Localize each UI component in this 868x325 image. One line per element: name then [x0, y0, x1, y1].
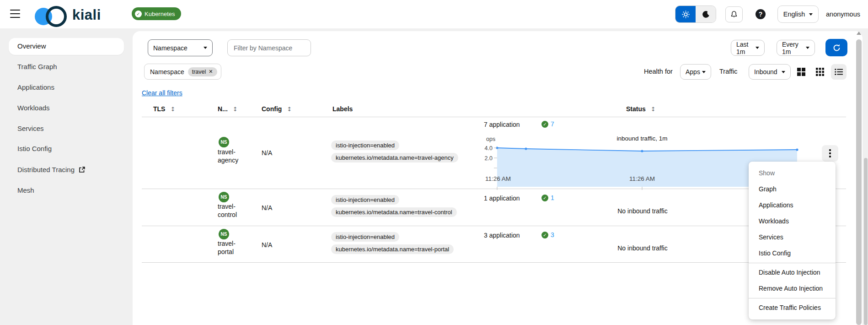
- row-actions-kebab-button[interactable]: [822, 145, 838, 162]
- filter-chip-value: travel: [192, 69, 206, 75]
- chevron-down-icon: [809, 13, 813, 16]
- namespace-actions-menu: Show Graph Applications Workloads Servic…: [749, 162, 836, 320]
- table-divider: [142, 117, 846, 117]
- healthy-count-link[interactable]: 7: [551, 120, 554, 128]
- menu-item-show: Show: [749, 165, 836, 181]
- label-chip: istio-injection=enabled: [331, 195, 399, 205]
- health-status: ✓ 3: [541, 231, 554, 238]
- help-button[interactable]: ?: [755, 9, 766, 19]
- chip-group-label: Namespace: [150, 68, 184, 76]
- sidebar-item-label: Overview: [17, 42, 46, 50]
- sidebar-item-label: Traffic Graph: [17, 63, 57, 70]
- list-icon: [835, 68, 843, 76]
- kiali-logo[interactable]: kiali: [34, 3, 116, 26]
- scrollbar-up-arrow[interactable]: [857, 32, 861, 35]
- clear-all-filters-link[interactable]: Clear all filters: [142, 89, 182, 97]
- traffic-label: Traffic: [719, 68, 737, 75]
- refresh-interval-select[interactable]: Every 1m: [777, 40, 815, 56]
- sun-icon: [682, 11, 690, 18]
- refresh-button[interactable]: [825, 39, 847, 56]
- sort-icon: ↕: [233, 106, 238, 113]
- apps-count-text: 7 application: [484, 121, 520, 128]
- menu-item-workloads[interactable]: Workloads: [749, 213, 836, 229]
- filter-chip-travel: travel ✕: [188, 67, 217, 76]
- column-header-name[interactable]: N... ↕: [218, 105, 238, 113]
- menu-item-disable-auto-injection[interactable]: Disable Auto Injection: [749, 265, 836, 281]
- traffic-direction-select[interactable]: Inbound: [749, 64, 791, 80]
- sidebar-item-distributed-tracing[interactable]: Distributed Tracing: [17, 166, 85, 173]
- table-divider: [142, 262, 846, 263]
- duration-select[interactable]: Last 1m: [731, 40, 765, 56]
- column-header-label: TLS: [153, 105, 165, 113]
- window-scrollbar-thumb[interactable]: [864, 158, 868, 325]
- check-circle-icon: ✓: [135, 11, 142, 17]
- namespace-name: control: [218, 211, 237, 218]
- sidebar-item-workloads[interactable]: Workloads: [17, 104, 50, 112]
- filter-type-select-value: Namespace: [153, 44, 188, 52]
- column-header-label: Config: [262, 105, 282, 113]
- namespace-filter-input[interactable]: [227, 39, 311, 56]
- bell-icon: [730, 11, 738, 18]
- config-cell: N/A: [262, 241, 272, 249]
- namespace-badge: NS: [219, 229, 229, 239]
- namespace-badge: NS: [219, 137, 229, 147]
- grid-small-icon: [816, 68, 824, 76]
- label-chip: kubernetes.io/metadata.name=travel-contr…: [331, 207, 457, 217]
- dark-theme-button[interactable]: [696, 6, 716, 22]
- health-status: ✓ 7: [541, 120, 554, 128]
- column-header-config[interactable]: Config ↕: [262, 105, 292, 113]
- sidebar-item-mesh[interactable]: Mesh: [17, 186, 34, 194]
- sidebar-item-services[interactable]: Services: [17, 125, 44, 132]
- filter-type-select[interactable]: Namespace: [148, 39, 213, 56]
- moon-icon: [702, 11, 710, 18]
- namespace-name: travel-: [218, 148, 236, 156]
- menu-item-services[interactable]: Services: [749, 229, 836, 245]
- chart-y-tick: 2.0: [485, 155, 493, 162]
- compact-view-toggle[interactable]: [812, 64, 828, 80]
- menu-item-graph[interactable]: Graph: [749, 181, 836, 197]
- sidebar-item-label: Applications: [17, 83, 54, 91]
- kiali-logo-ring: [46, 6, 67, 27]
- sidebar-item-overview[interactable]: Overview: [17, 42, 46, 50]
- healthy-check-icon: ✓: [541, 195, 548, 201]
- user-name: anonymous: [826, 11, 860, 18]
- light-theme-button[interactable]: [675, 6, 696, 22]
- sort-icon: ↕: [287, 106, 292, 113]
- label-chip: kubernetes.io/metadata.name=travel-agenc…: [331, 153, 458, 162]
- menu-item-remove-auto-injection[interactable]: Remove Auto Injection: [749, 281, 836, 297]
- external-link-icon: [79, 167, 85, 173]
- sidebar-item-traffic-graph[interactable]: Traffic Graph: [17, 63, 57, 70]
- chart-y-axis-label: ops: [486, 136, 495, 142]
- cluster-badge-label: Kubernetes: [145, 11, 175, 17]
- notifications-button[interactable]: [725, 6, 743, 22]
- column-header-status[interactable]: Status ↕: [626, 105, 656, 113]
- sidebar-item-istio-config[interactable]: Istio Config: [17, 145, 52, 152]
- menu-divider: [749, 298, 836, 298]
- health-status: ✓ 1: [541, 194, 554, 201]
- traffic-direction-select-value: Inbound: [754, 68, 777, 76]
- sidebar-item-label: Services: [17, 125, 44, 132]
- close-icon[interactable]: ✕: [209, 69, 213, 75]
- column-header-labels: Labels: [332, 105, 353, 113]
- grid-large-icon: [797, 68, 805, 76]
- health-for-select[interactable]: Apps: [680, 64, 711, 80]
- healthy-count-link[interactable]: 3: [551, 231, 554, 238]
- column-header-label: N...: [218, 105, 228, 113]
- menu-item-applications[interactable]: Applications: [749, 197, 836, 213]
- label-chip: istio-injection=enabled: [331, 232, 399, 242]
- healthy-count-link[interactable]: 1: [551, 194, 554, 201]
- sidebar-item-applications[interactable]: Applications: [17, 83, 54, 91]
- chevron-down-icon: [204, 47, 207, 49]
- menu-item-create-traffic-policies[interactable]: Create Traffic Policies: [749, 300, 836, 316]
- chevron-down-icon: [782, 71, 785, 73]
- label-chip: kubernetes.io/metadata.name=travel-porta…: [331, 244, 454, 254]
- language-selector[interactable]: English: [777, 5, 819, 23]
- list-view-toggle[interactable]: [831, 64, 847, 80]
- expand-view-toggle[interactable]: [793, 64, 809, 80]
- content-scrollbar-thumb[interactable]: [856, 39, 862, 325]
- menu-item-istio-config[interactable]: Istio Config: [749, 245, 836, 261]
- refresh-icon: [833, 44, 841, 52]
- column-header-tls[interactable]: TLS ↕: [153, 105, 175, 113]
- sidebar-item-label: Distributed Tracing: [17, 166, 75, 173]
- nav-toggle-icon[interactable]: [10, 10, 20, 18]
